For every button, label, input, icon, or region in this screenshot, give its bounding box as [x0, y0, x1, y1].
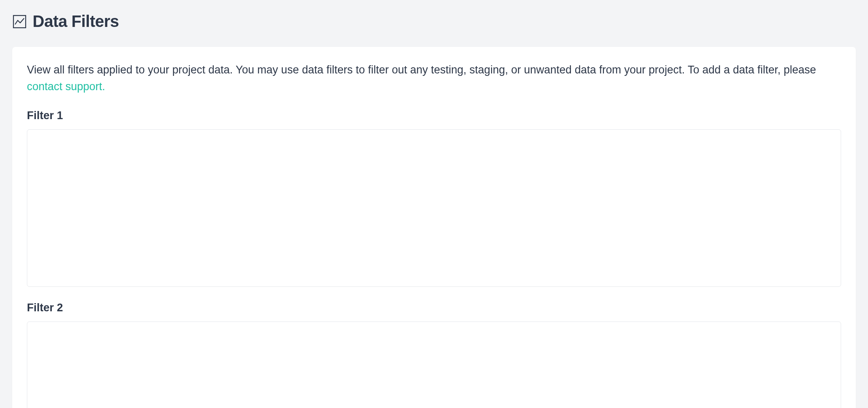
page-header: Data Filters [12, 12, 856, 31]
filter-1-label: Filter 1 [27, 109, 841, 122]
chart-line-icon [12, 14, 27, 29]
description-prefix: View all filters applied to your project… [27, 64, 816, 76]
contact-support-link[interactable]: contact support. [27, 80, 105, 93]
filter-2-label: Filter 2 [27, 302, 841, 314]
filter-section-1: Filter 1 [27, 109, 841, 287]
filter-section-2: Filter 2 [27, 302, 841, 408]
filter-1-box[interactable] [27, 129, 841, 287]
page-title: Data Filters [33, 12, 119, 31]
content-card: View all filters applied to your project… [12, 47, 856, 408]
filter-2-box[interactable] [27, 322, 841, 408]
description-text: View all filters applied to your project… [27, 62, 841, 95]
page-container: Data Filters View all filters applied to… [0, 0, 868, 408]
